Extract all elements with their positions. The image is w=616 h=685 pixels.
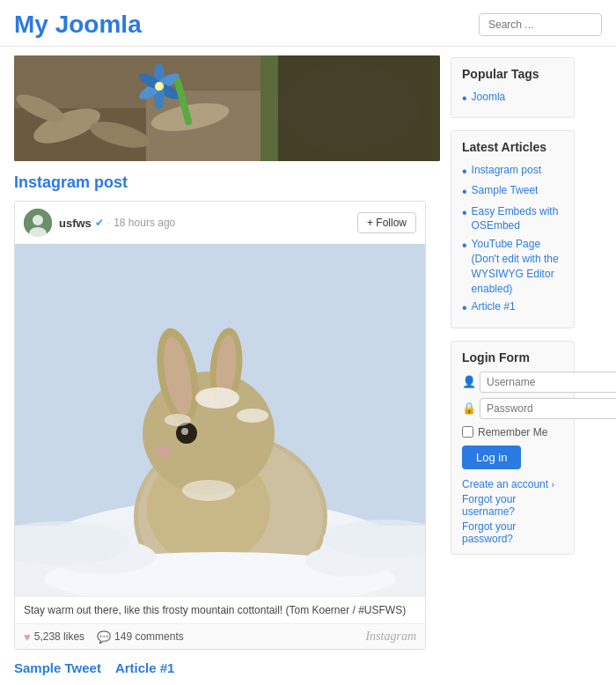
site-title: My Joomla (14, 11, 142, 39)
login-form-widget: Login Form 👤 🔒 Remember Me Log in (451, 341, 575, 555)
article-item-2: • Easy Embeds with OSEmbed (462, 203, 563, 236)
instagram-header: usfws ✔ · 18 hours ago + Follow (15, 202, 425, 244)
content-area: Instagram post usfws (0, 47, 440, 685)
hero-image (14, 55, 440, 161)
username: usfws (59, 217, 92, 230)
tag-link-joomla[interactable]: Joomla (472, 90, 506, 105)
article-link-4[interactable]: Article #1 (472, 299, 516, 314)
avatar (24, 209, 52, 237)
bullet-icon: • (462, 237, 467, 254)
forgot-username-link[interactable]: Forgot your username? (462, 493, 563, 518)
article-link-1[interactable]: Sample Tweet (472, 183, 539, 198)
article-link-3[interactable]: YouTube Page (Don't edit with the WYSIWY… (472, 237, 563, 296)
svg-point-37 (165, 414, 191, 426)
follow-button[interactable]: + Follow (357, 212, 416, 233)
separator: · (107, 217, 110, 229)
article-link-2[interactable]: Easy Embeds with OSEmbed (472, 204, 563, 234)
latest-articles-widget: Latest Articles • Instagram post • Sampl… (451, 130, 575, 328)
bottom-link-tweet[interactable]: Sample Tweet (14, 660, 101, 675)
chevron-right-icon: › (551, 479, 554, 490)
bottom-link-article[interactable]: Article #1 (115, 660, 175, 675)
username-input[interactable] (480, 372, 616, 393)
instagram-card: usfws ✔ · 18 hours ago + Follow (14, 201, 426, 650)
likes-number: 5,238 likes (34, 630, 84, 643)
main-layout: Instagram post usfws (0, 47, 616, 685)
instagram-image (15, 244, 425, 596)
article-item-1: • Sample Tweet (462, 181, 563, 202)
forgot-password-link[interactable]: Forgot your password? (462, 520, 563, 545)
bullet-icon: • (462, 90, 467, 107)
comment-icon: 💬 (97, 630, 111, 644)
svg-point-19 (33, 215, 43, 225)
remember-row: Remember Me (462, 426, 563, 438)
post-time: 18 hours ago (114, 217, 175, 229)
password-input[interactable] (480, 398, 616, 419)
tag-item: • Joomla (462, 88, 563, 108)
search-input[interactable] (479, 13, 602, 36)
bullet-icon: • (462, 163, 467, 180)
caption-text: Stay warm out there, like this frosty mo… (24, 604, 406, 616)
article-link-0[interactable]: Instagram post (472, 163, 541, 178)
login-links: Create an account › Forgot your username… (462, 478, 563, 545)
article-list: • Instagram post • Sample Tweet • Easy E… (462, 161, 563, 318)
lock-icon: 🔒 (462, 401, 474, 415)
likes-comments: ♥ 5,238 likes 💬 149 comments (24, 630, 184, 644)
password-row: 🔒 (462, 398, 563, 419)
tag-list: • Joomla (462, 88, 563, 108)
bottom-links: Sample Tweet Article #1 (14, 660, 440, 675)
article-item-3: • YouTube Page (Don't edit with the WYSI… (462, 235, 563, 298)
svg-point-36 (237, 409, 268, 423)
bullet-icon: • (462, 299, 467, 316)
popular-tags-title: Popular Tags (462, 67, 563, 81)
svg-point-33 (181, 428, 188, 435)
heart-icon: ♥ (24, 630, 31, 644)
sidebar: Popular Tags • Joomla Latest Articles • … (440, 47, 585, 685)
bullet-icon: • (462, 204, 467, 221)
remember-label: Remember Me (478, 426, 547, 438)
svg-point-34 (156, 446, 170, 456)
user-icon: 👤 (462, 375, 474, 388)
site-header: My Joomla (0, 0, 616, 47)
bullet-icon: • (462, 183, 467, 200)
likes-count: ♥ 5,238 likes (24, 630, 84, 644)
login-button[interactable]: Log in (462, 446, 521, 469)
svg-point-35 (195, 387, 239, 409)
instagram-footer: ♥ 5,238 likes 💬 149 comments Instagram (15, 623, 425, 649)
instagram-section-title: Instagram post (14, 173, 440, 192)
instagram-caption: Stay warm out there, like this frosty mo… (15, 596, 425, 623)
svg-point-38 (182, 480, 235, 501)
remember-checkbox[interactable] (462, 426, 473, 438)
popular-tags-widget: Popular Tags • Joomla (451, 57, 575, 118)
user-info: usfws ✔ · 18 hours ago (59, 217, 175, 230)
article-item-4: • Article #1 (462, 298, 563, 318)
svg-point-17 (278, 64, 419, 152)
comments-number: 149 comments (114, 630, 184, 643)
instagram-brand: Instagram (365, 630, 416, 644)
comments-count: 💬 149 comments (97, 630, 184, 644)
login-form: 👤 🔒 Remember Me Log in Create an (462, 372, 563, 545)
article-item-0: • Instagram post (462, 161, 563, 181)
username-row: 👤 (462, 372, 563, 393)
create-account-link[interactable]: Create an account › (462, 478, 563, 490)
login-form-title: Login Form (462, 350, 563, 365)
svg-point-14 (155, 82, 164, 91)
latest-articles-title: Latest Articles (462, 140, 563, 154)
verified-icon: ✔ (95, 217, 104, 229)
instagram-user: usfws ✔ · 18 hours ago (24, 209, 175, 237)
create-account-text: Create an account (462, 478, 548, 490)
